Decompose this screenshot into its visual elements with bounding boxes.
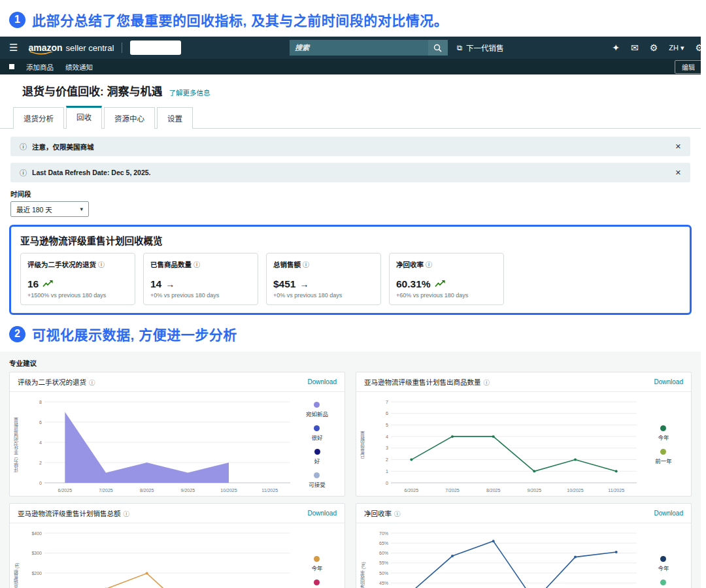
tab-returns-analysis[interactable]: 退货分析: [13, 107, 64, 129]
legend-item[interactable]: 前一年: [655, 580, 672, 588]
info-icon: ⓘ: [20, 167, 27, 178]
hamburger-menu-icon[interactable]: ☰: [5, 42, 24, 54]
tab-resource-center[interactable]: 资源中心: [104, 107, 155, 129]
settings-gear-icon[interactable]: ⚙: [650, 42, 658, 53]
legend-label: 前一年: [655, 457, 672, 465]
edit-button[interactable]: 编辑: [675, 60, 701, 74]
svg-text:55%: 55%: [379, 561, 388, 565]
info-icon[interactable]: ⓘ: [394, 510, 401, 517]
global-search: [290, 40, 448, 56]
chart-legend: 宛如新品很好好可接受: [295, 395, 339, 495]
svg-text:$200: $200: [31, 571, 42, 576]
tab-recovery[interactable]: 回收: [66, 106, 102, 129]
metric-label: 净回收率ⓘ: [396, 259, 497, 269]
legend-item[interactable]: 可接受: [309, 472, 326, 488]
svg-text:4: 4: [39, 440, 42, 445]
search-input[interactable]: [290, 40, 428, 56]
legend-item[interactable]: 今年: [658, 425, 669, 441]
metric-compare: +0% vs previous 180 days: [150, 292, 251, 299]
chart-card-graded-returns: 评级为二手状况的退货ⓘ Download 评级为二手状况的退货数量 024686…: [9, 372, 345, 497]
legend-item[interactable]: 今年: [311, 556, 322, 572]
svg-text:11/2025: 11/2025: [608, 488, 624, 493]
svg-text:2: 2: [39, 461, 42, 465]
download-link[interactable]: Download: [654, 378, 683, 385]
info-icon[interactable]: ⓘ: [484, 379, 490, 386]
nav-performance-notifications[interactable]: 绩效通知: [65, 62, 93, 72]
legend-item[interactable]: 前一年: [309, 580, 326, 588]
trend-flat-icon: →: [299, 278, 309, 290]
search-button[interactable]: [428, 40, 448, 56]
info-icon[interactable]: ⓘ: [303, 261, 309, 269]
metric-compare: +60% vs previous 180 days: [396, 292, 497, 299]
period-select-value: 最近 180 天: [16, 204, 52, 214]
notice-banner-data-refresh: ⓘ Last Data Refresh Date: Dec 5, 2025. ✕: [10, 163, 690, 182]
learn-more-link[interactable]: 了解更多信息: [169, 88, 210, 97]
info-icon[interactable]: ⓘ: [89, 379, 95, 386]
period-select[interactable]: 最近 180 天 ▾: [10, 201, 89, 217]
seller-central-app: ☰ amazon seller central ⧉ 下一代销售 ✦ ✉: [0, 37, 701, 588]
amazon-logo-text: amazon: [28, 42, 62, 53]
top-navbar: ☰ amazon seller central ⧉ 下一代销售 ✦ ✉: [0, 37, 701, 59]
annotation-2-badge: 2: [9, 326, 25, 342]
metric-label: 总销售额ⓘ: [273, 259, 374, 269]
metric-cards: 评级为二手状况的退货ⓘ 16 +1500% vs previous 180 da…: [20, 253, 681, 305]
amazon-seller-central-logo[interactable]: amazon seller central: [28, 42, 114, 53]
page-title: 退货与价值回收: 洞察与机遇: [22, 82, 162, 99]
messages-icon[interactable]: ✉: [631, 42, 639, 53]
banner-text: 注意，仅限美国商城: [32, 142, 94, 152]
legend-item[interactable]: 好: [314, 449, 320, 465]
svg-text:0: 0: [386, 481, 388, 485]
chart-legend: 今年前一年: [642, 395, 685, 495]
chart-header: 净回收率ⓘ Download: [356, 504, 691, 523]
chart-plot-area: 012345676/20257/20258/20259/202510/20251…: [367, 395, 642, 495]
legend-item[interactable]: 很好: [311, 425, 322, 441]
svg-text:9/2025: 9/2025: [181, 488, 195, 493]
tab-bar: 退货分析 回收 资源中心 设置: [0, 105, 701, 129]
chart-body: 评级为二手状况的退货数量 024686/20257/20258/20259/20…: [10, 392, 345, 496]
svg-text:4: 4: [386, 434, 388, 439]
svg-text:8/2025: 8/2025: [486, 488, 501, 493]
legend-item[interactable]: 前一年: [655, 449, 672, 465]
time-period-section: 时间段 最近 180 天 ▾: [10, 189, 690, 217]
clipped-edge-icon[interactable]: ⚙: [695, 42, 701, 53]
metric-value: 60.31%: [396, 278, 497, 290]
download-link[interactable]: Download: [654, 510, 683, 517]
legend-dot: [314, 472, 320, 478]
legend-item[interactable]: 今年: [658, 556, 669, 572]
next-gen-sales-link[interactable]: ⧉ 下一代销售: [457, 42, 504, 53]
chart-card-net-recovery-rate: 净回收率ⓘ Download 净回收率 (%) 30%35%40%45%50%5…: [356, 503, 692, 588]
legend-item[interactable]: 宛如新品: [306, 402, 328, 417]
close-icon[interactable]: ✕: [675, 169, 681, 177]
tab-settings[interactable]: 设置: [157, 107, 193, 129]
chart-title: 亚马逊物流评级重售计划销售总额ⓘ: [18, 508, 129, 518]
chevron-down-icon: ▾: [80, 206, 83, 212]
download-link[interactable]: Download: [308, 510, 337, 517]
language-selector[interactable]: ZH ▾: [669, 44, 684, 52]
sparkle-ai-icon[interactable]: ✦: [612, 42, 620, 53]
nav-add-products[interactable]: 添加商品: [26, 62, 54, 72]
chart-title: 亚马逊物流评级重售计划售出商品数量ⓘ: [364, 377, 490, 387]
legend-dot: [660, 425, 666, 431]
secondary-navbar: 添加商品 绩效通知 编辑: [0, 59, 701, 74]
svg-text:7/2025: 7/2025: [445, 488, 460, 493]
svg-text:8/2025: 8/2025: [140, 488, 154, 493]
seller-central-text: seller central: [66, 43, 114, 53]
info-icon[interactable]: ⓘ: [426, 261, 432, 269]
close-icon[interactable]: ✕: [675, 142, 681, 151]
svg-text:5: 5: [386, 423, 388, 427]
y-axis-label: 已售商品数量: [359, 395, 367, 495]
chart-card-total-sales: 亚马逊物流评级重售计划销售总额ⓘ Download 总销售额 ($) $0$10…: [9, 503, 345, 588]
svg-text:7: 7: [386, 400, 388, 404]
annotation-1-badge: 1: [9, 12, 25, 28]
annotation-1: 1 此部分总结了您最重要的回收指标, 及其与之前时间段的对比情况。: [0, 0, 706, 37]
info-icon[interactable]: ⓘ: [124, 510, 130, 517]
bookmark-icon[interactable]: [9, 64, 14, 69]
svg-text:9/2025: 9/2025: [528, 488, 542, 493]
info-icon[interactable]: ⓘ: [98, 261, 105, 269]
svg-text:6: 6: [386, 411, 388, 416]
download-link[interactable]: Download: [308, 378, 337, 385]
chart-header: 亚马逊物流评级重售计划售出商品数量ⓘ Download: [356, 372, 691, 392]
screenshot-root: 1 此部分总结了您最重要的回收指标, 及其与之前时间段的对比情况。 ☰ amaz…: [0, 0, 706, 588]
legend-label: 好: [314, 457, 320, 465]
info-icon[interactable]: ⓘ: [193, 261, 200, 269]
